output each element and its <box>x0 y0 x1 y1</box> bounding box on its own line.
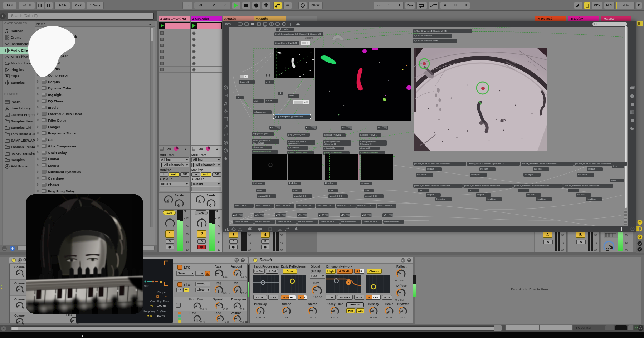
svg-text:i: i <box>632 95 633 98</box>
